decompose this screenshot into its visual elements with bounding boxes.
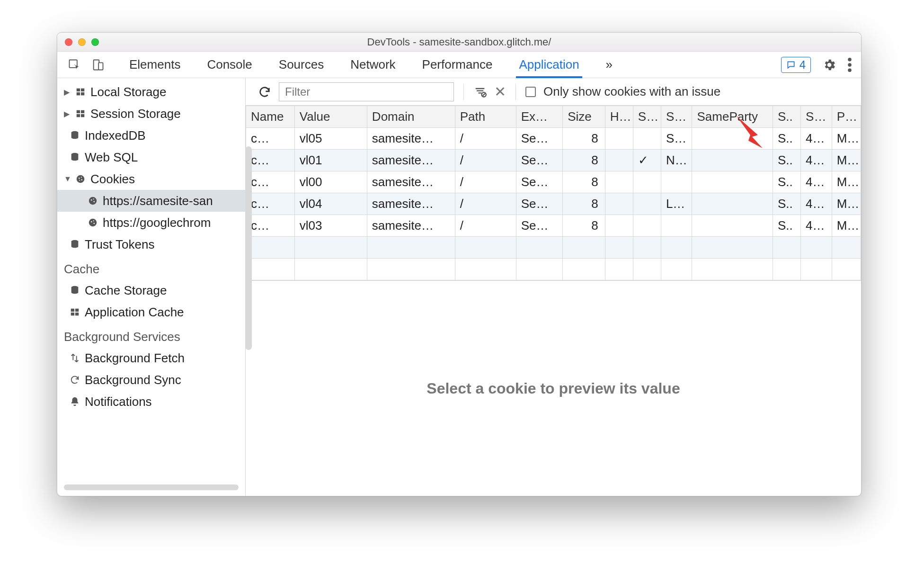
col-header[interactable]: SameParty — [692, 106, 773, 128]
clear-filter-icon[interactable] — [473, 85, 487, 99]
sidebar-item-session-storage[interactable]: ▶ Session Storage — [57, 103, 245, 125]
sidebar-item-trust-tokens[interactable]: Trust Tokens — [57, 233, 245, 255]
col-header[interactable]: Size — [563, 106, 605, 128]
sidebar-item-application-cache[interactable]: Application Cache — [57, 301, 245, 323]
table-row[interactable]: c…vl01samesite…/Se…8✓N…S..4…M… — [246, 150, 861, 171]
table-cell: vl00 — [294, 171, 367, 193]
sidebar-item-cache-storage[interactable]: Cache Storage — [57, 279, 245, 301]
table-cell: / — [455, 128, 516, 150]
table-cell — [605, 128, 633, 150]
sidebar-cookie-origin[interactable]: https://googlechrom — [57, 212, 245, 233]
bell-icon — [70, 396, 80, 407]
more-tabs-button[interactable]: » — [606, 52, 613, 78]
table-cell: L… — [661, 193, 692, 215]
col-header[interactable]: Path — [455, 106, 516, 128]
window-controls — [57, 38, 99, 46]
table-cell — [692, 128, 773, 150]
sidebar-hscrollbar[interactable] — [64, 484, 239, 490]
table-cell — [633, 193, 661, 215]
table-cell — [692, 171, 773, 193]
svg-rect-34 — [75, 313, 79, 315]
col-header[interactable]: Value — [294, 106, 367, 128]
only-issues-checkbox[interactable] — [525, 87, 536, 97]
database-icon — [70, 285, 80, 296]
table-row[interactable]: c…vl05samesite…/Se…8S…S..4…M… — [246, 128, 861, 150]
table-cell: Se… — [516, 150, 562, 171]
table-cell: 8 — [563, 193, 605, 215]
table-row[interactable]: c…vl00samesite…/Se…8S..4…M… — [246, 171, 861, 193]
devtools-tabbar: Elements Console Sources Network Perform… — [57, 52, 861, 78]
table-cell — [516, 237, 562, 259]
col-header[interactable]: P… — [832, 106, 861, 128]
col-header[interactable]: Name — [246, 106, 295, 128]
tab-performance[interactable]: Performance — [422, 52, 493, 78]
sidebar-item-bg-sync[interactable]: Background Sync — [57, 369, 245, 391]
sidebar-item-websql[interactable]: Web SQL — [57, 146, 245, 168]
storage-grid-icon — [75, 87, 86, 97]
sidebar-item-indexeddb[interactable]: IndexedDB — [57, 125, 245, 146]
device-toolbar-icon[interactable] — [91, 58, 105, 72]
col-header[interactable]: S… — [801, 106, 832, 128]
sidebar-item-label: Notifications — [85, 395, 152, 409]
tab-network[interactable]: Network — [350, 52, 395, 78]
tab-console[interactable]: Console — [207, 52, 252, 78]
svg-point-23 — [93, 198, 94, 199]
sidebar-item-notifications[interactable]: Notifications — [57, 391, 245, 413]
table-cell: / — [455, 150, 516, 171]
svg-rect-7 — [81, 89, 84, 91]
sidebar-item-bg-fetch[interactable]: Background Fetch — [57, 347, 245, 369]
col-header[interactable]: S… — [661, 106, 692, 128]
tab-elements[interactable]: Elements — [129, 52, 180, 78]
table-cell: samesite… — [367, 193, 455, 215]
table-row[interactable]: c…vl04samesite…/Se…8L…S..4…M… — [246, 193, 861, 215]
table-cell — [801, 237, 832, 259]
main-area: ▶ Local Storage ▶ Session Storage Indexe… — [57, 78, 861, 496]
col-header[interactable]: Domain — [367, 106, 455, 128]
table-cell: 4… — [801, 193, 832, 215]
table-cell — [294, 259, 367, 280]
close-window-button[interactable] — [65, 38, 72, 46]
filter-input[interactable] — [279, 82, 454, 101]
col-header[interactable]: H… — [605, 106, 633, 128]
sidebar-item-label: https://samesite-san — [103, 194, 213, 208]
sidebar-cookie-origin[interactable]: https://samesite-san — [57, 190, 245, 212]
chevron-right-icon: ▶ — [64, 109, 71, 118]
tab-application[interactable]: Application — [519, 52, 579, 78]
table-row-empty — [246, 237, 861, 259]
minimize-window-button[interactable] — [78, 38, 86, 46]
sidebar-item-cookies[interactable]: ▼ Cookies — [57, 168, 245, 190]
table-cell: vl05 — [294, 128, 367, 150]
database-icon — [70, 239, 80, 250]
svg-point-28 — [93, 223, 95, 224]
table-cell: samesite… — [367, 150, 455, 171]
table-cell — [563, 237, 605, 259]
table-cell: 4… — [801, 215, 832, 237]
clear-all-button[interactable]: ✕ — [494, 83, 506, 100]
sidebar-item-local-storage[interactable]: ▶ Local Storage — [57, 81, 245, 103]
table-cell: c… — [246, 215, 295, 237]
table-cell — [455, 237, 516, 259]
table-cell: Se… — [516, 215, 562, 237]
settings-icon[interactable] — [822, 58, 836, 72]
tab-sources[interactable]: Sources — [279, 52, 324, 78]
table-cell — [605, 171, 633, 193]
svg-rect-32 — [75, 309, 79, 312]
table-cell — [773, 237, 801, 259]
refresh-button[interactable] — [258, 85, 271, 99]
application-sidebar: ▶ Local Storage ▶ Session Storage Indexe… — [57, 78, 246, 496]
col-header[interactable]: Ex… — [516, 106, 562, 128]
sidebar-item-label: Session Storage — [90, 107, 181, 121]
table-header-row: Name Value Domain Path Ex… Size H… S… S…… — [246, 106, 861, 128]
chevron-down-icon: ▼ — [64, 175, 71, 183]
issues-badge[interactable]: 4 — [781, 57, 811, 73]
col-header[interactable]: S.. — [773, 106, 801, 128]
inspect-element-icon[interactable] — [68, 58, 81, 72]
sidebar-vscrollbar[interactable] — [245, 146, 252, 350]
table-row[interactable]: c…vl03samesite…/Se…8S..4…M… — [246, 215, 861, 237]
col-header[interactable]: S… — [633, 106, 661, 128]
zoom-window-button[interactable] — [91, 38, 99, 46]
table-cell: N… — [661, 150, 692, 171]
svg-point-16 — [77, 175, 85, 183]
kebab-menu-icon[interactable] — [848, 58, 852, 72]
cookie-icon — [88, 196, 98, 206]
